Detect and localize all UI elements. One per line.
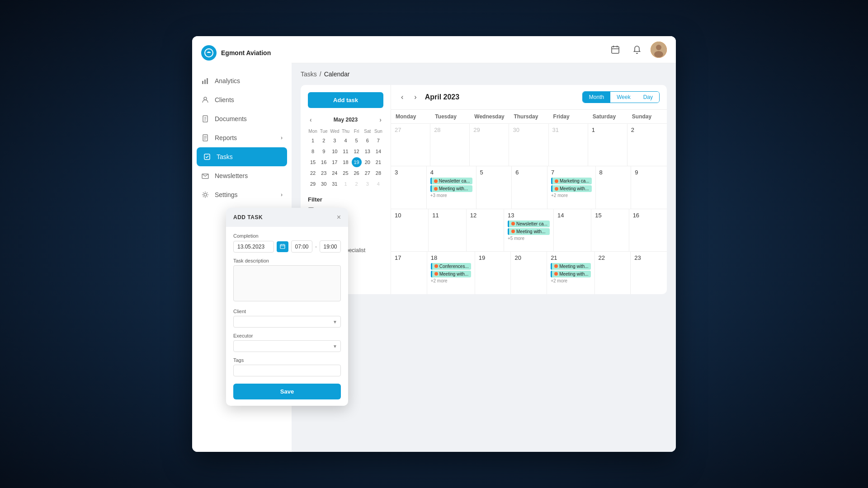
add-task-button[interactable]: Add task (308, 92, 383, 108)
sidebar-item-tasks[interactable]: Tasks (197, 147, 287, 166)
mini-cal-day[interactable]: 6 (363, 136, 373, 145)
mini-cal-day[interactable]: 16 (319, 157, 329, 167)
cal-cell-13[interactable]: 13 Newsletter ca... Meeting with... +5 m… (504, 209, 554, 251)
cal-cell-19[interactable]: 19 (475, 252, 511, 294)
calendar-event[interactable]: Meeting with... (551, 271, 590, 277)
cal-cell-27[interactable]: 27 (391, 124, 430, 166)
cal-cell-12[interactable]: 12 (467, 209, 504, 251)
cal-cell-23[interactable]: 23 (631, 252, 667, 294)
mini-cal-day[interactable]: 29 (308, 179, 318, 189)
cal-cell-17[interactable]: 17 (391, 252, 427, 294)
calendar-event[interactable]: Meeting with... (431, 271, 471, 277)
mini-cal-day[interactable]: 4 (340, 136, 350, 145)
sidebar-item-documents[interactable]: Documents (192, 109, 292, 128)
calendar-event[interactable]: Meeting with... (551, 263, 590, 270)
tags-input[interactable] (233, 365, 341, 376)
breadcrumb-parent[interactable]: Tasks (301, 70, 317, 78)
modal-close-button[interactable]: × (337, 213, 341, 221)
mini-cal-next[interactable]: › (377, 115, 383, 124)
mini-cal-day[interactable]: 4 (373, 179, 383, 189)
calendar-event[interactable]: Marketing ca... (551, 178, 592, 184)
mini-cal-day[interactable]: 13 (363, 146, 373, 156)
date-input[interactable] (233, 241, 274, 253)
cal-cell-4[interactable]: 4 Newsletter ca... Meeting with... +3 mo… (427, 166, 476, 208)
cal-cell-29[interactable]: 29 (470, 124, 509, 166)
cal-cell-1[interactable]: 1 (588, 124, 627, 166)
bell-icon[interactable] (629, 42, 645, 58)
cal-cell-18[interactable]: 18 Conferences... Meeting with... +2 mor… (427, 252, 475, 294)
mini-cal-day[interactable]: 3 (363, 179, 373, 189)
cal-cell-10[interactable]: 10 (391, 209, 429, 251)
mini-cal-day[interactable]: 7 (373, 136, 383, 145)
calendar-header-icon[interactable] (607, 42, 623, 58)
mini-cal-day[interactable]: 8 (308, 146, 318, 156)
event-more[interactable]: +2 more (551, 193, 592, 198)
view-month-button[interactable]: Month (583, 92, 610, 103)
executor-select[interactable] (233, 340, 341, 352)
cal-cell-14[interactable]: 14 (554, 209, 591, 251)
date-calendar-button[interactable] (277, 241, 288, 252)
sidebar-item-analytics[interactable]: Analytics (192, 71, 292, 90)
cal-cell-9[interactable]: 9 (631, 166, 667, 208)
avatar[interactable] (651, 42, 667, 58)
mini-cal-day[interactable]: 2 (319, 136, 329, 145)
cal-cell-3[interactable]: 3 (391, 166, 427, 208)
mini-cal-day[interactable]: 1 (308, 136, 318, 145)
client-select[interactable] (233, 316, 341, 328)
mini-cal-day[interactable]: 25 (340, 168, 350, 178)
mini-cal-prev[interactable]: ‹ (308, 115, 314, 124)
cal-cell-30[interactable]: 30 (509, 124, 548, 166)
cal-cell-2[interactable]: 2 (627, 124, 667, 166)
mini-cal-day[interactable]: 1 (340, 179, 350, 189)
cal-cell-21[interactable]: 21 Meeting with... Meeting with... +2 mo… (547, 252, 594, 294)
time-end-input[interactable] (320, 242, 340, 252)
event-more[interactable]: +5 more (508, 236, 550, 241)
event-more[interactable]: +3 more (430, 193, 472, 198)
mini-cal-day[interactable]: 27 (363, 168, 373, 178)
cal-cell-11[interactable]: 11 (429, 209, 466, 251)
mini-cal-day[interactable]: 2 (352, 179, 362, 189)
sidebar-item-reports[interactable]: Reports › (192, 128, 292, 147)
mini-cal-day[interactable]: 14 (373, 146, 383, 156)
event-more[interactable]: +2 more (431, 278, 471, 283)
mini-cal-today[interactable]: 19 (352, 157, 362, 167)
cal-cell-8[interactable]: 8 (596, 166, 632, 208)
mini-cal-day[interactable]: 5 (352, 136, 362, 145)
mini-cal-day[interactable]: 3 (330, 136, 340, 145)
sidebar-item-clients[interactable]: Clients (192, 90, 292, 109)
description-textarea[interactable] (233, 265, 341, 301)
cal-cell-22[interactable]: 22 (595, 252, 631, 294)
mini-cal-day[interactable]: 30 (319, 179, 329, 189)
mini-cal-day[interactable]: 17 (330, 157, 340, 167)
mini-cal-day[interactable]: 21 (373, 157, 383, 167)
mini-cal-day[interactable]: 15 (308, 157, 318, 167)
calendar-event[interactable]: Conferences... (431, 263, 471, 270)
cal-cell-31[interactable]: 31 (549, 124, 588, 166)
mini-cal-day[interactable]: 23 (319, 168, 329, 178)
cal-cell-5[interactable]: 5 (476, 166, 512, 208)
mini-cal-day[interactable]: 22 (308, 168, 318, 178)
view-day-button[interactable]: Day (637, 92, 659, 103)
mini-cal-day[interactable]: 24 (330, 168, 340, 178)
time-start-input[interactable] (292, 242, 312, 252)
calendar-event[interactable]: Newsletter ca... (508, 221, 550, 227)
mini-cal-day[interactable]: 18 (340, 157, 350, 167)
mini-cal-day[interactable]: 11 (340, 146, 350, 156)
view-week-button[interactable]: Week (610, 92, 637, 103)
mini-cal-day[interactable]: 31 (330, 179, 340, 189)
event-more[interactable]: +2 more (551, 278, 590, 283)
cal-cell-7[interactable]: 7 Marketing ca... Meeting with... +2 mor… (547, 166, 596, 208)
calendar-event[interactable]: Newsletter ca... (430, 178, 472, 184)
calendar-event[interactable]: Meeting with... (508, 228, 550, 235)
cal-cell-6[interactable]: 6 (512, 166, 547, 208)
calendar-event[interactable]: Meeting with... (551, 185, 592, 192)
cal-cell-28[interactable]: 28 (430, 124, 470, 166)
calendar-prev-btn[interactable]: ‹ (398, 92, 406, 102)
save-button[interactable]: Save (233, 384, 341, 399)
sidebar-item-settings[interactable]: Settings › (192, 185, 292, 204)
cal-cell-16[interactable]: 16 (629, 209, 667, 251)
mini-cal-day[interactable]: 20 (363, 157, 373, 167)
calendar-next-btn[interactable]: › (411, 92, 419, 102)
calendar-event[interactable]: Meeting with... (430, 185, 472, 192)
mini-cal-day[interactable]: 28 (373, 168, 383, 178)
